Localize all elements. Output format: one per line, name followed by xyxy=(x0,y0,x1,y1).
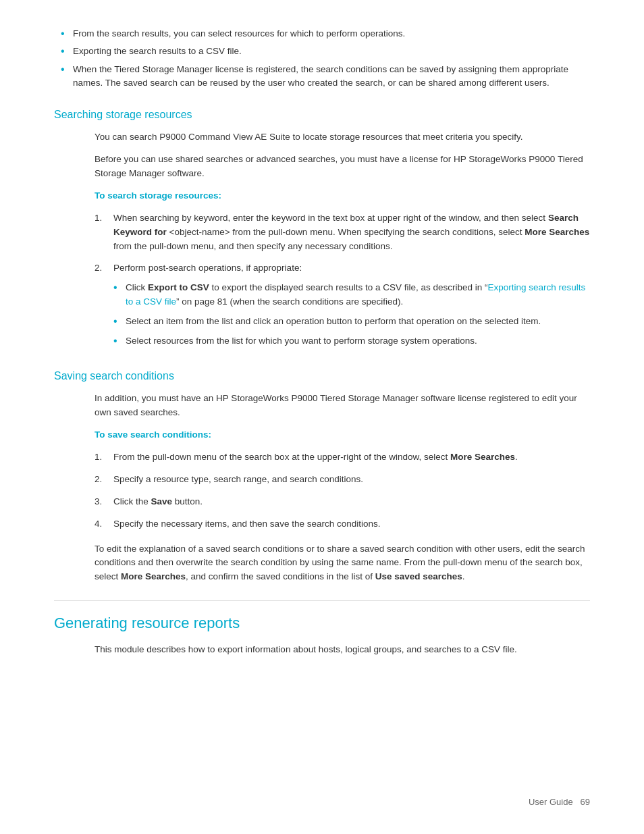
step-content-1: When searching by keyword, enter the key… xyxy=(113,211,590,254)
searching-steps: 1. When searching by keyword, enter the … xyxy=(95,211,590,354)
more-searches-bold-1: More Searches xyxy=(525,227,589,237)
intro-bullet-3: When the Tiered Storage Manager license … xyxy=(61,63,590,90)
saving-step-num-3: 3. xyxy=(95,495,113,509)
saving-para1: In addition, you must have an HP Storage… xyxy=(95,392,590,420)
saving-sub-label: To save search conditions: xyxy=(95,428,590,442)
intro-bullet-2: Exporting the search results to a CSV fi… xyxy=(61,45,590,58)
inner-bullet-3: Select resources from the list for which… xyxy=(113,334,590,348)
saving-body: In addition, you must have an HP Storage… xyxy=(95,392,590,584)
saving-step-content-3: Click the Save button. xyxy=(113,495,590,509)
searching-para2: Before you can use shared searches or ad… xyxy=(95,153,590,181)
saving-step-1: 1. From the pull-down menu of the search… xyxy=(95,450,590,465)
saving-step-num-2: 2. xyxy=(95,473,113,487)
export-to-csv-bold: Export to CSV xyxy=(148,282,209,292)
saving-step-2: 2. Specify a resource type, search range… xyxy=(95,473,590,487)
step-num-1: 1. xyxy=(95,211,113,254)
step-content-2: Perform post-search operations, if appro… xyxy=(113,261,590,354)
searching-step-2: 2. Perform post-search operations, if ap… xyxy=(95,261,590,354)
footer-page-num: 69 xyxy=(581,797,590,807)
searching-section: Searching storage resources You can sear… xyxy=(54,109,590,354)
saving-step-num-1: 1. xyxy=(95,450,113,465)
more-searches-bold-3: More Searches xyxy=(121,571,186,581)
saving-step-num-4: 4. xyxy=(95,517,113,531)
inner-bullet-2: Select an item from the list and click a… xyxy=(113,315,590,329)
generating-body: This module describes how to export info… xyxy=(95,643,590,657)
inner-bullet-1: Click Export to CSV to export the displa… xyxy=(113,281,590,309)
use-saved-searches-bold: Use saved searches xyxy=(375,571,462,581)
saving-step-content-2: Specify a resource type, search range, a… xyxy=(113,473,590,487)
saving-section: Saving search conditions In addition, yo… xyxy=(54,370,590,584)
saving-closing-para: To edit the explanation of a saved searc… xyxy=(95,542,590,585)
saving-step-content-1: From the pull-down menu of the search bo… xyxy=(113,450,590,465)
saving-steps: 1. From the pull-down menu of the search… xyxy=(95,450,590,531)
searching-step-1: 1. When searching by keyword, enter the … xyxy=(95,211,590,254)
step-num-2: 2. xyxy=(95,261,113,354)
more-searches-bold-2: More Searches xyxy=(450,452,515,462)
footer-label: User Guide xyxy=(529,797,573,807)
generating-para: This module describes how to export info… xyxy=(95,643,590,657)
intro-bullet-list: From the search results, you can select … xyxy=(54,27,590,90)
searching-body: You can search P9000 Command View AE Sui… xyxy=(95,130,590,354)
save-bold: Save xyxy=(151,496,173,506)
generating-heading: Generating resource reports xyxy=(54,600,590,632)
saving-step-3: 3. Click the Save button. xyxy=(95,495,590,509)
searching-para1: You can search P9000 Command View AE Sui… xyxy=(95,130,590,145)
saving-heading: Saving search conditions xyxy=(54,370,590,382)
saving-step-4: 4. Specify the necessary items, and then… xyxy=(95,517,590,531)
page-content: From the search results, you can select … xyxy=(0,0,644,727)
page-footer: User Guide 69 xyxy=(529,797,590,807)
generating-section: Generating resource reports This module … xyxy=(54,600,590,657)
intro-bullet-1: From the search results, you can select … xyxy=(61,27,590,41)
inner-bullet-list: Click Export to CSV to export the displa… xyxy=(113,281,590,348)
saving-step-content-4: Specify the necessary items, and then sa… xyxy=(113,517,590,531)
searching-heading: Searching storage resources xyxy=(54,109,590,121)
search-keyword-bold: Search Keyword for xyxy=(113,213,579,237)
searching-sub-label: To search storage resources: xyxy=(95,189,590,203)
